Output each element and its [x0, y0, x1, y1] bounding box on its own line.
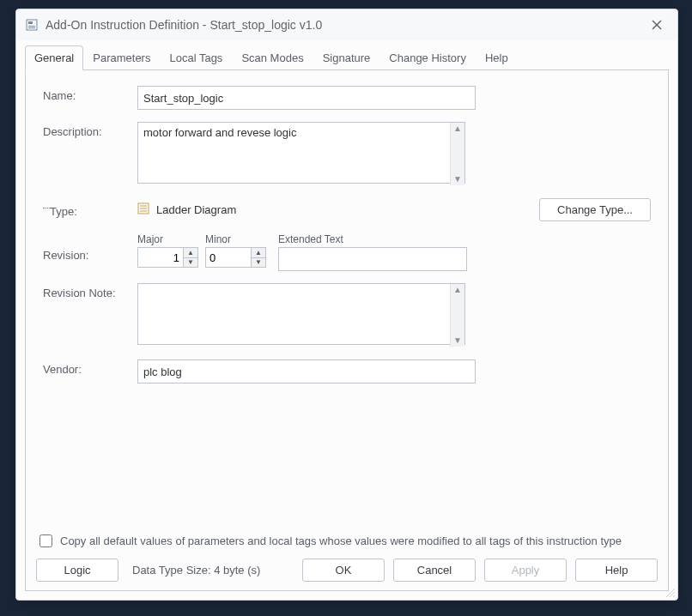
tab-local-tags[interactable]: Local Tags	[160, 45, 232, 70]
minor-spin-up-icon[interactable]: ▲	[252, 248, 265, 258]
tab-signature[interactable]: Signature	[313, 45, 380, 70]
minor-label: Minor	[205, 233, 266, 245]
tab-scan-modes[interactable]: Scan Modes	[232, 45, 313, 70]
type-value: Ladder Diagram	[156, 203, 236, 216]
titlebar: Add-On Instruction Definition - Start_st…	[16, 9, 677, 40]
extended-text-input[interactable]	[278, 247, 467, 271]
ladder-diagram-icon	[137, 202, 149, 217]
scroll-up-icon[interactable]: ▲	[453, 123, 462, 135]
major-input[interactable]	[138, 248, 183, 267]
description-label: Description:	[43, 122, 137, 138]
revision-note-textarea[interactable]	[137, 283, 465, 345]
copy-defaults-checkbox[interactable]	[39, 534, 52, 547]
close-button[interactable]	[645, 13, 669, 37]
major-spin-down-icon[interactable]: ▼	[184, 258, 197, 268]
revision-note-label: Revision Note:	[43, 283, 137, 299]
scroll-down-icon[interactable]: ▼	[453, 173, 462, 185]
minor-spin-down-icon[interactable]: ▼	[252, 258, 265, 268]
change-type-button[interactable]: Change Type...	[539, 198, 651, 221]
window-title: Add-On Instruction Definition - Start_st…	[46, 18, 645, 32]
tab-general[interactable]: General	[25, 45, 83, 70]
description-scrollbar[interactable]: ▲ ▼	[450, 123, 464, 185]
logic-button[interactable]: Logic	[36, 559, 118, 582]
revision-label: Revision:	[43, 233, 137, 262]
app-icon	[25, 18, 39, 32]
major-label: Major	[137, 233, 198, 245]
svg-rect-0	[27, 20, 37, 30]
svg-line-12	[673, 595, 675, 597]
dialog-window: Add-On Instruction Definition - Start_st…	[15, 9, 678, 601]
revision-note-scrollbar[interactable]: ▲ ▼	[450, 284, 464, 347]
tab-panel-general: Name: Description: ▲ ▼ Type: Ladder Diag…	[25, 69, 669, 591]
apply-button[interactable]: Apply	[484, 559, 567, 582]
vendor-input[interactable]	[137, 359, 476, 383]
resize-grip-icon[interactable]	[664, 586, 676, 598]
ok-button[interactable]: OK	[302, 559, 385, 582]
type-label: Type:	[43, 202, 137, 218]
minor-input[interactable]	[206, 248, 251, 267]
major-spinner[interactable]: ▲ ▼	[137, 247, 198, 268]
data-type-size-label: Data Type Size: 4 byte (s)	[132, 564, 260, 577]
scroll-up-icon[interactable]: ▲	[453, 284, 462, 296]
extended-text-label: Extended Text	[278, 233, 467, 245]
name-label: Name:	[43, 86, 137, 102]
svg-rect-1	[28, 21, 33, 24]
tab-change-history[interactable]: Change History	[379, 45, 476, 70]
tab-help[interactable]: Help	[476, 45, 518, 70]
minor-spinner[interactable]: ▲ ▼	[205, 247, 266, 268]
cancel-button[interactable]: Cancel	[393, 559, 476, 582]
svg-rect-3	[28, 27, 35, 28]
vendor-label: Vendor:	[43, 359, 137, 376]
help-button[interactable]: Help	[575, 559, 658, 582]
tab-parameters[interactable]: Parameters	[83, 45, 160, 70]
copy-defaults-label: Copy all default values of parameters an…	[60, 534, 622, 547]
major-spin-up-icon[interactable]: ▲	[184, 248, 197, 258]
description-textarea[interactable]	[137, 122, 465, 184]
svg-rect-2	[28, 26, 35, 27]
scroll-down-icon[interactable]: ▼	[453, 335, 462, 347]
name-input[interactable]	[137, 86, 476, 110]
tab-strip: General Parameters Local Tags Scan Modes…	[16, 40, 677, 70]
